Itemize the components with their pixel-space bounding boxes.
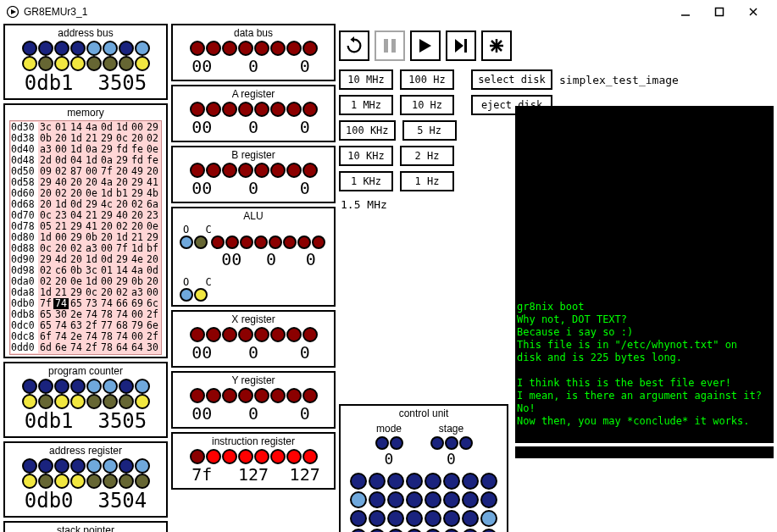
led-icon bbox=[190, 41, 205, 56]
led-icon bbox=[222, 163, 237, 178]
led-icon bbox=[70, 394, 86, 409]
reset-button[interactable] bbox=[339, 30, 369, 61]
led-icon bbox=[22, 41, 37, 56]
led-icon bbox=[38, 474, 53, 489]
led-icon bbox=[350, 491, 367, 508]
led-icon bbox=[270, 327, 286, 342]
memory-cell: 74 bbox=[69, 342, 84, 353]
led-icon bbox=[270, 102, 286, 117]
play-button[interactable] bbox=[410, 30, 441, 61]
led-icon bbox=[254, 102, 269, 117]
led-icon bbox=[425, 491, 441, 508]
memory-cell: 64 bbox=[130, 342, 145, 353]
terminal-screen[interactable]: gr8nix boot Why not, DOT TEXT? Because i… bbox=[515, 106, 774, 458]
led-icon bbox=[135, 379, 150, 394]
freq-10mhz-button[interactable]: 10 MHz bbox=[339, 69, 393, 90]
led-icon bbox=[222, 388, 237, 403]
select-disk-button[interactable]: select disk bbox=[471, 69, 552, 90]
led-icon bbox=[443, 491, 460, 508]
led-icon bbox=[350, 473, 367, 490]
led-icon bbox=[283, 236, 297, 249]
led-icon bbox=[480, 473, 497, 490]
svg-marker-10 bbox=[455, 39, 463, 53]
break-button[interactable] bbox=[481, 30, 512, 61]
led-icon bbox=[302, 449, 318, 464]
led-icon bbox=[387, 510, 404, 527]
led-icon bbox=[480, 510, 497, 527]
led-icon bbox=[297, 236, 311, 249]
pause-button[interactable] bbox=[375, 30, 405, 61]
led-icon bbox=[135, 41, 150, 56]
led-icon bbox=[269, 236, 282, 249]
control-unit-panel: control unit mode 0 stage 0 bbox=[339, 404, 508, 532]
led-icon bbox=[254, 388, 269, 403]
memory-title: memory bbox=[67, 107, 103, 119]
led-icon bbox=[443, 473, 460, 490]
led-icon bbox=[375, 436, 389, 450]
led-icon bbox=[254, 449, 269, 464]
memory-address: 0dd0 bbox=[11, 342, 38, 353]
led-icon bbox=[369, 529, 386, 532]
led-icon bbox=[238, 41, 253, 56]
led-icon bbox=[180, 288, 193, 302]
led-icon bbox=[369, 510, 386, 527]
led-icon bbox=[119, 458, 134, 474]
svg-rect-11 bbox=[464, 39, 467, 53]
led-icon bbox=[406, 473, 423, 490]
minimize-button[interactable] bbox=[669, 3, 702, 20]
freq-100hz-button[interactable]: 100 Hz bbox=[400, 69, 454, 90]
led-icon bbox=[54, 394, 69, 409]
led-icon bbox=[462, 491, 479, 508]
led-icon bbox=[459, 436, 473, 450]
led-icon bbox=[238, 102, 253, 117]
led-icon bbox=[38, 458, 53, 474]
led-icon bbox=[70, 56, 86, 71]
titlebar: GR8EMUr3_1 bbox=[0, 0, 777, 24]
step-button[interactable] bbox=[446, 30, 476, 61]
led-icon bbox=[38, 394, 53, 409]
led-icon bbox=[135, 474, 150, 489]
window-title: GR8EMUr3_1 bbox=[24, 6, 87, 18]
x-register-panel: X register 0000 bbox=[171, 310, 336, 368]
led-icon bbox=[254, 327, 269, 342]
memory-cell: 78 bbox=[99, 342, 114, 353]
led-icon bbox=[270, 41, 286, 56]
memory-cell: 2f bbox=[84, 342, 99, 353]
led-icon bbox=[302, 102, 318, 117]
led-icon bbox=[206, 102, 221, 117]
led-icon bbox=[135, 394, 150, 409]
led-icon bbox=[86, 474, 102, 489]
led-icon bbox=[406, 491, 423, 508]
led-icon bbox=[443, 529, 460, 532]
emulator-toolbar bbox=[339, 30, 774, 61]
memory-row: 0dd06d6e742f78646430 bbox=[11, 342, 160, 353]
led-icon bbox=[206, 388, 221, 403]
led-icon bbox=[462, 529, 479, 532]
led-icon bbox=[425, 473, 441, 490]
led-icon bbox=[38, 41, 53, 56]
close-button[interactable] bbox=[736, 3, 770, 20]
led-icon bbox=[206, 449, 221, 464]
led-icon bbox=[390, 436, 403, 450]
led-icon bbox=[445, 436, 458, 450]
led-icon bbox=[302, 163, 318, 178]
led-icon bbox=[190, 163, 205, 178]
led-icon bbox=[54, 56, 69, 71]
led-icon bbox=[190, 449, 205, 464]
led-icon bbox=[135, 56, 150, 71]
led-icon bbox=[254, 41, 269, 56]
led-icon bbox=[240, 236, 253, 249]
memory-panel: memory 0d303c01144a0d1d00290d380b201d212… bbox=[3, 103, 168, 358]
led-icon bbox=[222, 327, 237, 342]
led-icon bbox=[119, 56, 134, 71]
led-icon bbox=[86, 56, 102, 71]
led-icon bbox=[54, 474, 69, 489]
led-icon bbox=[211, 236, 225, 249]
led-icon bbox=[86, 394, 102, 409]
led-icon bbox=[286, 102, 302, 117]
b-register-panel: B register 0000 bbox=[171, 146, 336, 203]
program-counter-panel: program counter 0db1 3505 bbox=[3, 362, 168, 438]
led-icon bbox=[22, 474, 37, 489]
maximize-button[interactable] bbox=[702, 3, 736, 20]
led-icon bbox=[103, 41, 118, 56]
